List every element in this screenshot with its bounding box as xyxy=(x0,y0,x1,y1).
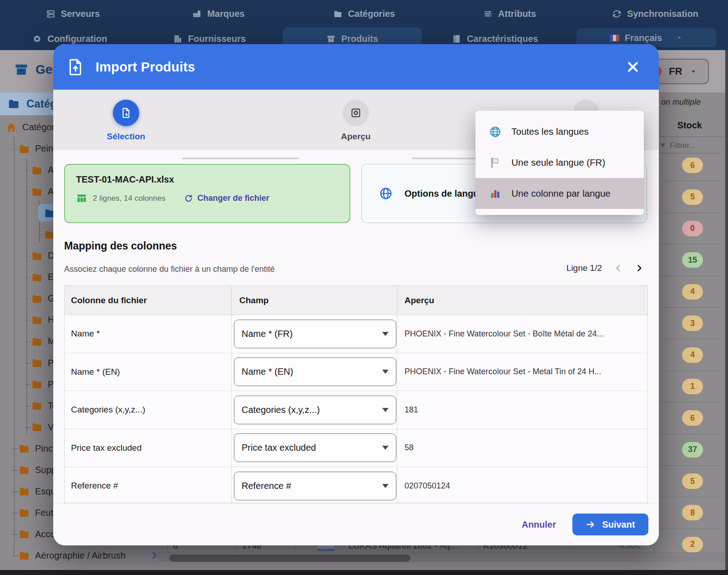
folder-icon xyxy=(31,336,43,347)
nav-item-label: Français xyxy=(625,33,662,43)
pager-label: Ligne 1/2 xyxy=(566,263,602,273)
arrow-right-icon xyxy=(586,519,596,529)
stock-badge: 3 xyxy=(682,315,703,331)
nav-item[interactable]: Attributs xyxy=(437,0,582,27)
folder-icon xyxy=(31,400,43,412)
divider xyxy=(654,137,726,137)
folder-icon xyxy=(333,9,343,19)
modal-header: Import Produits xyxy=(53,44,659,90)
chevron-down-icon xyxy=(382,484,389,488)
chevron-down-icon xyxy=(382,446,389,450)
chart-bars-icon xyxy=(489,188,501,200)
field-select[interactable]: Categories (x,y,z...) xyxy=(234,396,396,424)
table-row: Name * Name * (FR) PHOENIX - Fine Waterc… xyxy=(65,315,647,353)
preview-icon xyxy=(350,107,362,119)
language-options-menu: Toutes les langues Une seule langue (FR)… xyxy=(475,111,644,215)
nav-item-label: Caractéristiques xyxy=(467,34,538,44)
field-select[interactable]: Price tax excluded xyxy=(234,433,396,462)
nav-row-1: Serveurs Marques Catégories A xyxy=(0,0,728,27)
table-row: 5 xyxy=(654,466,720,497)
file-name: TEST-01-MAC-API.xlsx xyxy=(76,174,339,185)
previous-row-button[interactable] xyxy=(614,264,623,273)
table-row: Reference # Reference # 0207050124 xyxy=(65,467,647,503)
nav-item-label: Synchronisation xyxy=(627,9,698,19)
tree-item-label: Catégori xyxy=(22,122,57,132)
field-select[interactable]: Reference # xyxy=(234,472,396,500)
stock-badge: 0 xyxy=(682,221,703,236)
nav-item[interactable]: Catégories xyxy=(291,0,437,27)
table-row: 6 xyxy=(654,402,720,434)
selected-file-card: TEST-01-MAC-API.xlsx 2 lignes, 14 colonn… xyxy=(64,164,350,223)
source-column-label: Name * (EN) xyxy=(65,353,232,391)
menu-item[interactable]: Une colonne par langue xyxy=(475,178,644,209)
column-mapping-table: Colonne du fichier Champ Aperçu Name * N… xyxy=(64,285,648,503)
window-edge xyxy=(0,570,728,575)
preview-value: 0207050124 xyxy=(397,467,647,503)
nav-item-label: Serveurs xyxy=(61,9,100,19)
folder-icon xyxy=(31,357,43,369)
flag-fr-icon xyxy=(610,33,619,43)
table-row: 8 xyxy=(654,497,720,529)
stock-badge: 1 xyxy=(682,379,703,394)
filter-funnel-icon xyxy=(659,142,666,149)
sync-icon xyxy=(612,9,622,19)
table-row: 3 xyxy=(654,308,720,339)
table-row: 1 xyxy=(654,371,720,402)
table-row: 0 xyxy=(654,213,720,244)
table-row: Price tax excluded Price tax excluded 58 xyxy=(65,429,647,468)
refresh-icon xyxy=(184,194,193,203)
tree-item[interactable]: Aérographie / Airbrush xyxy=(0,545,164,566)
menu-item-label: Une colonne par langue xyxy=(511,188,611,199)
change-file-button[interactable]: Changer de fichier xyxy=(184,193,269,203)
column-header: Aperçu xyxy=(397,286,647,315)
table-grid-icon xyxy=(76,193,87,204)
menu-item-label: Une seule langue (FR) xyxy=(511,157,605,168)
next-row-button[interactable] xyxy=(635,264,644,273)
preview-value: 181 xyxy=(397,391,647,429)
preview-value: PHOENIX - Fine Watercolour Set - Metal T… xyxy=(397,353,647,391)
folder-icon xyxy=(18,443,30,454)
folder-icon xyxy=(31,164,43,176)
folder-icon xyxy=(18,143,30,155)
menu-item[interactable]: Une seule langue (FR) xyxy=(475,147,644,178)
chevron-right-icon xyxy=(150,551,159,560)
field-select[interactable]: Name * (FR) xyxy=(234,320,396,348)
cancel-button[interactable]: Annuler xyxy=(521,519,556,530)
folder-icon xyxy=(18,507,30,519)
nav-item[interactable]: Synchronisation xyxy=(582,0,728,27)
stock-column-header: Stock xyxy=(654,120,702,131)
step-preview: Aperçu xyxy=(319,100,392,142)
stock-column: 6 5 0 15 4 3 4 xyxy=(654,150,720,560)
field-select[interactable]: Name * (EN) xyxy=(234,357,396,386)
stock-badge: 15 xyxy=(682,252,703,268)
nav-item[interactable]: Marques xyxy=(146,0,291,27)
vertical-scrollbar-thumb[interactable] xyxy=(720,150,725,359)
table-row: Categories (x,y,z...) Categories (x,y,z.… xyxy=(65,391,647,429)
nav-item[interactable]: Serveurs xyxy=(0,0,146,27)
folder-icon xyxy=(18,485,30,497)
folder-icon xyxy=(31,314,43,326)
factory-icon xyxy=(192,9,202,19)
table-header: Colonne du fichier Champ Aperçu xyxy=(65,286,647,315)
stock-badge: 5 xyxy=(682,189,703,205)
horizontal-scrollbar-thumb[interactable] xyxy=(169,555,410,562)
menu-item-label: Toutes les langues xyxy=(511,126,589,137)
close-icon[interactable] xyxy=(626,60,640,74)
table-row: 4 xyxy=(654,339,720,371)
folder-icon xyxy=(18,528,30,540)
next-button[interactable]: Suivant xyxy=(572,514,648,535)
nav-item-label: Catégories xyxy=(348,9,395,19)
menu-item[interactable]: Toutes les langues xyxy=(475,116,644,147)
top-navigation: Serveurs Marques Catégories A xyxy=(0,0,728,50)
stock-badge: 8 xyxy=(682,505,703,520)
source-column-label: Name * xyxy=(65,315,232,353)
table-row: Name * (EN) Name * (EN) PHOENIX - Fine W… xyxy=(65,353,647,392)
file-upload-icon xyxy=(66,58,85,76)
step-selection: Sélection xyxy=(90,100,162,142)
folder-icon xyxy=(31,421,43,433)
home-icon xyxy=(5,122,17,133)
nav-item-label: Configuration xyxy=(47,34,107,44)
nav-item-label: Marques xyxy=(207,9,244,19)
chevron-down-icon xyxy=(689,67,698,76)
folder-icon xyxy=(31,271,43,283)
